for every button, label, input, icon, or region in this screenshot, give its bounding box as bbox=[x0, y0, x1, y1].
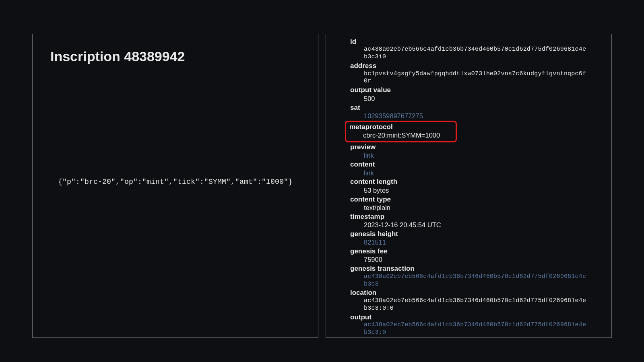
detail-timestamp-label: timestamp bbox=[350, 212, 587, 221]
detail-output-value-link[interactable]: ac438a02eb7eb566c4afd1cb36b7346d460b570c… bbox=[350, 321, 587, 337]
detail-content-type: content type text/plain bbox=[350, 195, 587, 212]
detail-id-value: ac438a02eb7eb566c4afd1cb36b7346d460b570c… bbox=[350, 46, 587, 61]
detail-preview-value[interactable]: link bbox=[350, 151, 587, 160]
inscription-content: {"p":"brc-20","op":"mint","tick":"SYMM",… bbox=[50, 40, 300, 323]
detail-output: output ac438a02eb7eb566c4afd1cb36b7346d4… bbox=[350, 313, 587, 337]
detail-offset-label: offset bbox=[350, 337, 587, 338]
detail-genesis-fee-label: genesis fee bbox=[350, 247, 587, 255]
detail-output-value: output value 500 bbox=[350, 86, 587, 103]
detail-content-length-value: 53 bytes bbox=[350, 186, 587, 195]
detail-timestamp-value: 2023-12-16 20:45:54 UTC bbox=[350, 221, 587, 229]
detail-genesis-transaction: genesis transaction ac438a02eb7eb566c4af… bbox=[350, 264, 587, 288]
highlight-box: metaprotocol cbrc-20:mint:SYMM=1000 bbox=[345, 121, 457, 142]
detail-sat-value[interactable]: 1029359897677275 bbox=[350, 112, 587, 120]
detail-address: address bc1pvstv4gsgfy5dawfpgqhddtlxw073… bbox=[350, 62, 587, 85]
detail-genesis-transaction-label: genesis transaction bbox=[350, 264, 587, 273]
detail-location-value: ac438a02eb7eb566c4afd1cb36b7346d460b570c… bbox=[350, 297, 587, 313]
detail-sat: sat 1029359897677275 bbox=[350, 103, 587, 120]
detail-list: id ac438a02eb7eb566c4afd1cb36b7346d460b5… bbox=[350, 37, 587, 338]
detail-content-label: content bbox=[350, 160, 587, 169]
detail-location-label: location bbox=[350, 288, 587, 297]
detail-output-value-label: output value bbox=[350, 86, 587, 94]
detail-metaprotocol-value: cbrc-20:mint:SYMM=1000 bbox=[349, 131, 452, 140]
detail-content-length-label: content length bbox=[350, 177, 587, 186]
detail-genesis-height-value[interactable]: 821511 bbox=[350, 238, 587, 247]
detail-address-label: address bbox=[350, 62, 587, 70]
detail-genesis-fee: genesis fee 75900 bbox=[350, 247, 587, 264]
detail-location: location ac438a02eb7eb566c4afd1cb36b7346… bbox=[350, 288, 587, 312]
detail-genesis-height: genesis height 821511 bbox=[350, 230, 587, 247]
detail-output-value-value: 500 bbox=[350, 95, 587, 103]
detail-timestamp: timestamp 2023-12-16 20:45:54 UTC bbox=[350, 212, 587, 229]
detail-output-label: output bbox=[350, 313, 587, 321]
detail-content-length: content length 53 bytes bbox=[350, 177, 587, 194]
detail-genesis-height-label: genesis height bbox=[350, 230, 587, 238]
detail-metaprotocol-label: metaprotocol bbox=[349, 123, 452, 131]
detail-sat-label: sat bbox=[350, 103, 587, 112]
detail-metaprotocol: metaprotocol cbrc-20:mint:SYMM=1000 bbox=[350, 121, 587, 142]
detail-content-type-label: content type bbox=[350, 195, 587, 204]
detail-content: content link bbox=[350, 160, 587, 177]
detail-id: id ac438a02eb7eb566c4afd1cb36b7346d460b5… bbox=[350, 37, 587, 61]
inscription-details-panel: id ac438a02eb7eb566c4afd1cb36b7346d460b5… bbox=[326, 34, 612, 338]
detail-address-value: bc1pvstv4gsgfy5dawfpgqhddtlxw073lhe02vns… bbox=[350, 70, 587, 86]
detail-genesis-transaction-value[interactable]: ac438a02eb7eb566c4afd1cb36b7346d460b570c… bbox=[350, 273, 587, 288]
detail-preview-label: preview bbox=[350, 143, 587, 151]
detail-genesis-fee-value: 75900 bbox=[350, 255, 587, 264]
detail-preview: preview link bbox=[350, 143, 587, 160]
inscription-content-panel: Inscription 48389942 {"p":"brc-20","op":… bbox=[32, 34, 318, 338]
detail-content-type-value: text/plain bbox=[350, 204, 587, 212]
detail-content-value[interactable]: link bbox=[350, 169, 587, 177]
detail-offset: offset 0 bbox=[350, 337, 587, 338]
detail-id-label: id bbox=[350, 37, 587, 46]
